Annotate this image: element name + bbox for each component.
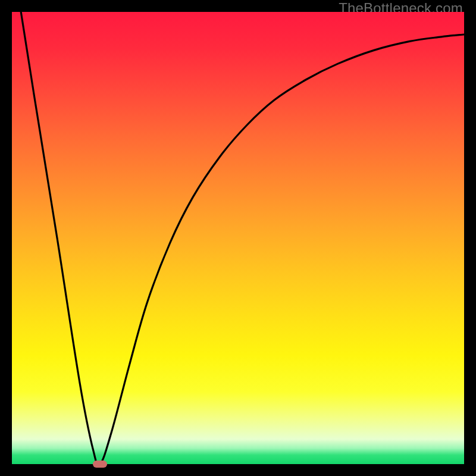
chart-frame: TheBottleneck.com xyxy=(0,0,476,476)
bottleneck-curve xyxy=(12,12,464,464)
optimum-marker xyxy=(93,461,107,468)
plot-area xyxy=(12,12,464,464)
